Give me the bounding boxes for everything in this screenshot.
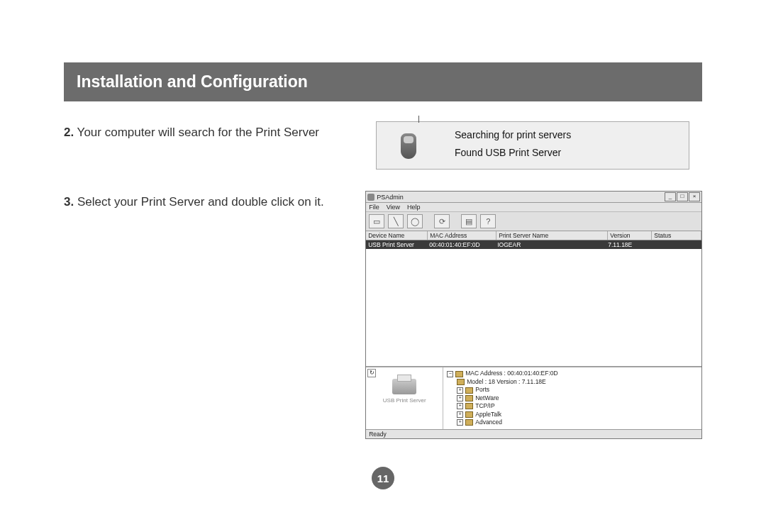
- app-icon: [367, 194, 374, 201]
- toolbar-btn-6[interactable]: ?: [480, 214, 496, 228]
- statusbar: Ready: [366, 429, 701, 438]
- tree-ports[interactable]: Ports: [475, 386, 489, 394]
- expand-icon[interactable]: +: [457, 411, 463, 418]
- expand-icon[interactable]: +: [457, 395, 463, 401]
- toolbar: ▭ ╲ ◯ ⟳ ▤ ?: [366, 212, 701, 231]
- refresh-icon[interactable]: ↻: [367, 369, 376, 377]
- toolbar-btn-1[interactable]: ▭: [369, 214, 384, 228]
- search-line-2: Found USB Print Server: [455, 144, 571, 162]
- collapse-icon[interactable]: −: [447, 371, 453, 377]
- wizard-icon: [401, 133, 416, 159]
- minimize-button[interactable]: _: [665, 192, 676, 201]
- detail-model: Model : 18 Version : 7.11.18E: [467, 378, 546, 386]
- toolbar-btn-2[interactable]: ╲: [388, 214, 404, 228]
- step-2-num: 2.: [64, 126, 74, 139]
- folder-icon: [465, 411, 473, 418]
- close-button[interactable]: ×: [689, 192, 700, 201]
- cell-version: 7.11.18E: [606, 240, 649, 249]
- col-device[interactable]: Device Name: [366, 231, 428, 240]
- expand-icon[interactable]: +: [457, 419, 463, 426]
- folder-icon: [465, 419, 473, 426]
- menu-view[interactable]: View: [387, 204, 400, 211]
- detail-pane: ↻ USB Print Server −MAC Address : 00:40:…: [366, 367, 701, 428]
- page-number-badge: 11: [372, 467, 394, 489]
- tree-advanced[interactable]: Advanced: [475, 419, 502, 426]
- screenshot-psadmin: PSAdmin _ □ × File View Help ▭ ╲ ◯ ⟳: [365, 191, 702, 438]
- step-3: 3. Select your Print Server and double c…: [64, 194, 351, 211]
- maximize-button[interactable]: □: [677, 192, 688, 201]
- tree-tcpip[interactable]: TCP/IP: [475, 402, 494, 410]
- cell-name: IOGEAR: [495, 240, 606, 249]
- toolbar-btn-3[interactable]: ◯: [407, 214, 423, 228]
- screenshot-searching: Searching for print servers Found USB Pr…: [376, 121, 689, 170]
- expand-icon[interactable]: +: [457, 387, 463, 394]
- tree-appletalk[interactable]: AppleTalk: [475, 411, 501, 419]
- printer-icon: [392, 379, 416, 394]
- table-row-selected[interactable]: USB Print Server 00:40:01:40:EF:0D IOGEA…: [366, 240, 701, 249]
- col-name[interactable]: Print Server Name: [496, 231, 608, 240]
- folder-icon: [465, 387, 473, 394]
- folder-icon: [465, 403, 473, 409]
- step-2: 2. Your computer will search for the Pri…: [64, 124, 362, 141]
- window-title: PSAdmin: [377, 194, 404, 201]
- toolbar-btn-4[interactable]: ⟳: [434, 214, 450, 228]
- titlebar: PSAdmin _ □ ×: [366, 192, 701, 203]
- toolbar-btn-5[interactable]: ▤: [461, 214, 477, 228]
- search-line-1: Searching for print servers: [455, 126, 571, 144]
- folder-icon: [455, 371, 463, 377]
- col-mac[interactable]: MAC Address: [428, 231, 496, 240]
- section-header: Installation and Configuration: [64, 62, 702, 101]
- folder-icon: [465, 395, 473, 401]
- folder-icon: [457, 379, 465, 385]
- detail-label: USB Print Server: [369, 397, 440, 404]
- detail-mac: MAC Address : 00:40:01:40:EF:0D: [465, 370, 557, 377]
- cell-device: USB Print Server: [366, 240, 427, 249]
- tree-netware[interactable]: NetWare: [475, 394, 499, 402]
- list-area: [366, 249, 701, 367]
- expand-icon[interactable]: +: [457, 403, 463, 409]
- col-status[interactable]: Status: [652, 231, 701, 240]
- menubar: File View Help: [366, 203, 701, 212]
- cell-mac: 00:40:01:40:EF:0D: [427, 240, 495, 249]
- cell-status: [649, 240, 701, 249]
- menu-file[interactable]: File: [369, 204, 379, 211]
- menu-help[interactable]: Help: [407, 204, 421, 211]
- step-3-text: Select your Print Server and double clic…: [77, 195, 324, 209]
- column-headers: Device Name MAC Address Print Server Nam…: [366, 231, 701, 240]
- step-2-text: Your computer will search for the Print …: [77, 126, 319, 139]
- step-3-num: 3.: [64, 195, 74, 209]
- col-version[interactable]: Version: [608, 231, 652, 240]
